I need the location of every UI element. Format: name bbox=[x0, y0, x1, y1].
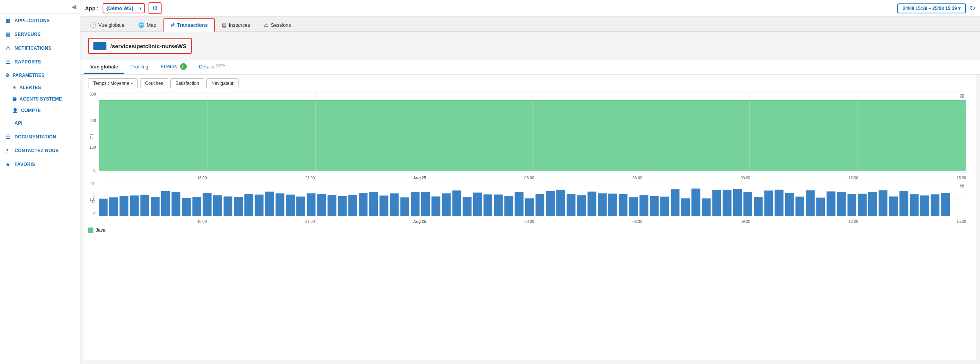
compte-icon: 👤 bbox=[12, 108, 18, 113]
sidebar-item-rapports[interactable]: ☰ RAPPORTS bbox=[0, 55, 80, 69]
count-time-axis: 18:00 21:00 Aug 25 03:00 06:00 09:00 12:… bbox=[99, 219, 966, 224]
svg-rect-50 bbox=[411, 192, 420, 216]
sub-tab-erreurs-label: Erreurs bbox=[160, 63, 177, 69]
instances-icon: ▤ bbox=[222, 22, 227, 28]
svg-rect-42 bbox=[328, 195, 336, 216]
sidebar-item-favoris[interactable]: ★ FAVORIS bbox=[0, 158, 80, 171]
app-label: App : bbox=[85, 5, 99, 11]
svg-rect-53 bbox=[442, 193, 451, 216]
tab-vue-globale-label: Vue globale bbox=[98, 22, 124, 28]
main-content: App : {Démo WS} ▾ ⚙ 24/08 15:39 – 25/08 … bbox=[80, 0, 980, 364]
sidebar-item-parametres[interactable]: ⚙ PARAMETRES bbox=[0, 69, 80, 82]
sidebar-item-parametres-label: PARAMETRES bbox=[13, 73, 44, 78]
svg-rect-52 bbox=[431, 197, 440, 216]
date-range-label: 24/08 15:39 – 25/08 15:39 ▾ bbox=[903, 6, 960, 11]
svg-rect-94 bbox=[868, 192, 877, 216]
tab-transactions-label: Transactions bbox=[177, 22, 207, 28]
page-path: /services/petclinic-nurseWS bbox=[110, 43, 186, 49]
svg-rect-100 bbox=[931, 194, 939, 216]
sidebar-item-rapports-label: RAPPORTS bbox=[15, 59, 41, 65]
back-button[interactable]: ← bbox=[93, 42, 106, 50]
svg-rect-25 bbox=[151, 197, 160, 216]
gear-button[interactable]: ⚙ bbox=[149, 2, 162, 14]
sub-tab-details-label: Détails bbox=[199, 64, 214, 70]
sidebar-item-contactez-nous[interactable]: ? CONTACTEZ NOUS bbox=[0, 144, 80, 158]
sub-tab-details[interactable]: Détails BETA bbox=[193, 60, 231, 74]
sidebar-item-agents-systeme[interactable]: ▦ AGENTS SYSTEME bbox=[0, 93, 80, 105]
ms-chart-wrapper: ms 300 200 100 0 bbox=[88, 92, 972, 180]
sidebar-item-serveurs[interactable]: ▤ SERVEURS bbox=[0, 28, 80, 41]
svg-rect-82 bbox=[743, 192, 752, 216]
sidebar-item-notifications[interactable]: ⚠ NOTIFICATIONS bbox=[0, 41, 80, 55]
tab-instances[interactable]: ▤ Instances bbox=[216, 19, 257, 31]
temps-filter-btn[interactable]: Temps : Moyenne ▾ bbox=[88, 78, 138, 88]
couches-filter-btn[interactable]: Couches bbox=[140, 78, 168, 88]
tab-transactions[interactable]: ⇄ Transactions bbox=[163, 18, 214, 32]
svg-rect-48 bbox=[390, 193, 399, 216]
collapse-icon[interactable]: ◀ bbox=[72, 3, 76, 10]
chart-area: Temps : Moyenne ▾ Couches Satisfaction N… bbox=[84, 75, 976, 360]
sidebar-item-documentation-label: DOCUMENTATION bbox=[15, 134, 56, 140]
legend: Java bbox=[88, 227, 972, 233]
navigateur-filter-btn[interactable]: Navigateur bbox=[206, 78, 238, 88]
svg-rect-59 bbox=[504, 196, 513, 216]
sidebar-item-applications[interactable]: ▦ APPLICATIONS bbox=[0, 14, 80, 28]
svg-rect-30 bbox=[203, 193, 212, 216]
nav-tabs: 🕐 Vue globale 🌐 Map ⇄ Transactions ▤ Ins… bbox=[80, 17, 980, 32]
tab-sessions[interactable]: ⚠ Sessions bbox=[257, 19, 297, 31]
tab-map-label: Map bbox=[147, 22, 156, 28]
sub-tab-erreurs[interactable]: Erreurs 0 bbox=[154, 60, 193, 74]
svg-rect-32 bbox=[224, 197, 232, 216]
app-dropdown-btn[interactable]: ▾ bbox=[137, 4, 144, 13]
sidebar-item-documentation[interactable]: ☰ DOCUMENTATION bbox=[0, 130, 80, 144]
svg-rect-96 bbox=[889, 197, 898, 216]
svg-rect-70 bbox=[619, 194, 627, 216]
contactez-nous-icon: ? bbox=[5, 148, 11, 154]
applications-icon: ▦ bbox=[5, 18, 11, 24]
sidebar-item-alertes[interactable]: ⚠ ALERTES bbox=[0, 82, 80, 93]
tab-map[interactable]: 🌐 Map bbox=[132, 19, 163, 31]
sub-tab-profiling[interactable]: Profiling bbox=[124, 61, 154, 74]
ms-y-200: 200 bbox=[90, 119, 96, 123]
refresh-button[interactable]: ↻ bbox=[970, 4, 975, 13]
sidebar-item-compte[interactable]: 👤 COMPTE bbox=[0, 105, 80, 116]
count-time-label-1500: 15:00 bbox=[957, 219, 966, 224]
svg-rect-26 bbox=[161, 191, 170, 216]
svg-rect-83 bbox=[754, 197, 763, 216]
count-y-10: 10 bbox=[90, 197, 94, 202]
page-header: ← /services/petclinic-nurseWS bbox=[88, 38, 192, 54]
time-label-1200: 12:00 bbox=[849, 176, 858, 180]
sub-tab-vue-globale[interactable]: Vue globale bbox=[84, 61, 124, 74]
svg-rect-62 bbox=[536, 194, 544, 216]
svg-rect-88 bbox=[806, 190, 815, 216]
time-label-0900: 09:00 bbox=[741, 176, 750, 180]
svg-rect-73 bbox=[650, 196, 659, 216]
sidebar-item-compte-label: COMPTE bbox=[21, 108, 41, 113]
tab-vue-globale[interactable]: 🕐 Vue globale bbox=[83, 19, 131, 31]
sessions-icon: ⚠ bbox=[264, 22, 268, 28]
documentation-icon: ☰ bbox=[5, 134, 11, 140]
count-chart-table-icon[interactable]: ⊞ bbox=[959, 182, 966, 189]
date-range-button[interactable]: 24/08 15:39 – 25/08 15:39 ▾ bbox=[897, 3, 966, 13]
svg-rect-99 bbox=[920, 195, 929, 216]
svg-rect-22 bbox=[119, 196, 128, 216]
filter-bar: Temps : Moyenne ▾ Couches Satisfaction N… bbox=[88, 78, 972, 88]
svg-rect-76 bbox=[681, 198, 690, 216]
svg-rect-45 bbox=[359, 193, 368, 216]
svg-rect-47 bbox=[379, 195, 388, 216]
svg-rect-31 bbox=[213, 195, 222, 216]
sidebar-item-serveurs-label: SERVEURS bbox=[15, 32, 41, 37]
satisfaction-filter-btn[interactable]: Satisfaction bbox=[170, 78, 204, 88]
svg-rect-64 bbox=[556, 190, 565, 216]
sidebar-collapse-btn[interactable]: ◀ bbox=[0, 0, 80, 14]
map-icon: 🌐 bbox=[138, 22, 144, 28]
sidebar-item-api[interactable]: API bbox=[0, 116, 80, 130]
svg-rect-37 bbox=[276, 193, 284, 216]
svg-rect-77 bbox=[691, 188, 700, 216]
svg-rect-43 bbox=[338, 196, 347, 216]
count-time-label-1200: 12:00 bbox=[849, 219, 858, 224]
time-label-2100: 21:00 bbox=[305, 176, 315, 180]
sidebar: ◀ ▦ APPLICATIONS ▤ SERVEURS ⚠ NOTIFICATI… bbox=[0, 0, 80, 364]
app-selector[interactable]: {Démo WS} ▾ bbox=[103, 3, 145, 13]
ms-chart-table-icon[interactable]: ⊞ bbox=[959, 92, 966, 100]
